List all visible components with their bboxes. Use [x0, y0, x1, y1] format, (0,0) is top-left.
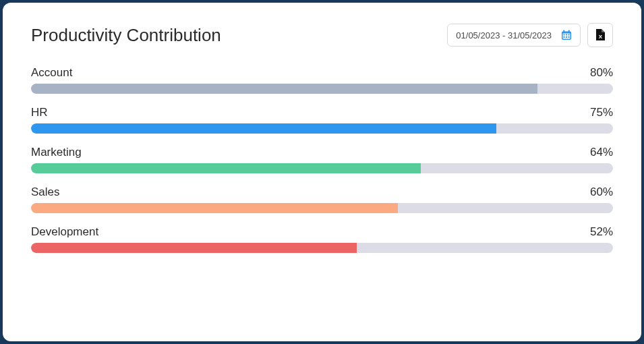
bar-track: [31, 84, 613, 94]
bar-header: HR 75%: [31, 106, 613, 119]
bar-value: 52%: [590, 225, 613, 239]
bar-header: Account 80%: [31, 66, 613, 80]
bar-track: [31, 123, 613, 134]
svg-text:X: X: [599, 34, 603, 40]
bar-label: Marketing: [31, 146, 82, 159]
svg-rect-6: [568, 34, 570, 36]
bar-row: HR 75%: [31, 106, 613, 134]
bar-track: [31, 203, 613, 213]
productivity-card: Productivity Contribution 01/05/2023 - 3…: [3, 3, 641, 341]
bar-value: 80%: [590, 66, 613, 80]
bar-fill: [31, 123, 496, 134]
bar-fill: [31, 203, 398, 213]
bar-track: [31, 163, 613, 173]
bar-row: Account 80%: [31, 66, 613, 94]
bar-value: 75%: [590, 106, 613, 119]
date-range-picker[interactable]: 01/05/2023 - 31/05/2023: [447, 24, 581, 47]
bar-row: Development 52%: [31, 225, 613, 253]
svg-rect-2: [563, 30, 564, 33]
bar-header: Sales 60%: [31, 185, 613, 199]
svg-rect-7: [564, 36, 565, 38]
bar-value: 64%: [590, 146, 613, 159]
header-controls: 01/05/2023 - 31/05/2023: [447, 23, 613, 47]
bar-header: Development 52%: [31, 225, 613, 239]
bar-fill: [31, 243, 357, 253]
bars-container: Account 80% HR 75% Marketing 64%: [31, 66, 613, 253]
bar-label: HR: [31, 106, 48, 119]
card-header: Productivity Contribution 01/05/2023 - 3…: [31, 23, 613, 47]
bar-label: Sales: [31, 185, 60, 199]
bar-fill: [31, 84, 537, 94]
svg-rect-8: [566, 36, 567, 38]
card-title: Productivity Contribution: [31, 25, 221, 46]
svg-rect-4: [564, 34, 565, 36]
bar-row: Sales 60%: [31, 185, 613, 213]
file-export-icon: X: [595, 29, 606, 41]
svg-rect-3: [568, 30, 570, 33]
bar-value: 60%: [590, 185, 613, 199]
calendar-icon: [561, 30, 572, 40]
bar-label: Development: [31, 225, 98, 239]
bar-label: Account: [31, 66, 72, 80]
bar-header: Marketing 64%: [31, 146, 613, 159]
bar-row: Marketing 64%: [31, 146, 613, 173]
bar-fill: [31, 163, 421, 173]
date-range-text: 01/05/2023 - 31/05/2023: [456, 30, 552, 40]
bar-track: [31, 243, 613, 253]
svg-rect-9: [568, 36, 570, 38]
export-excel-button[interactable]: X: [587, 23, 613, 47]
svg-rect-5: [566, 34, 567, 36]
